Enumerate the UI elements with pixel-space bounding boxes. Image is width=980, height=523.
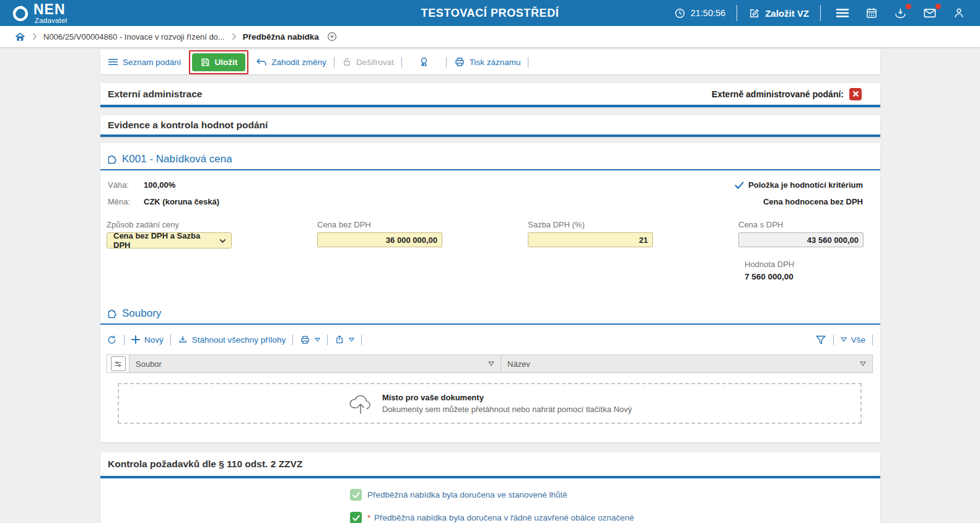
seznam-podani-button[interactable]: Seznam podání — [108, 58, 182, 67]
breadcrumb-current: Předběžná nabídka — [243, 32, 319, 42]
calendar-button[interactable] — [862, 6, 882, 20]
download-all-label: Stáhnout všechny přílohy — [192, 335, 286, 345]
new-file-label: Nový — [144, 335, 164, 345]
close-tab-icon[interactable] — [326, 31, 338, 42]
floppy-icon — [200, 57, 211, 68]
currency-row: Měna: CZK (koruna česká) Cena hodnocena … — [108, 193, 863, 210]
server-time: 21:50:56 — [674, 7, 725, 19]
toolbar-divider — [327, 335, 328, 345]
column-header-soubor[interactable]: Soubor — [129, 355, 501, 372]
chevron-right-icon — [32, 33, 37, 40]
breadcrumb: N006/25/V00004860 - Inovace v rozvoji ří… — [0, 26, 980, 47]
file-dropzone[interactable]: Místo pro vaše dokumenty Dokumenty sem m… — [118, 383, 862, 424]
puzzle-icon — [107, 309, 117, 319]
price-excl-label: Cena bez DPH — [317, 220, 442, 229]
refresh-button[interactable] — [107, 335, 117, 345]
vat-rate-field: Sazba DPH (%) — [528, 220, 653, 248]
weight-row: Váha: 100,00% Položka je hodnotící krité… — [108, 177, 863, 193]
evidence-section-title: Evidence a kontrola hodnot podání — [108, 120, 268, 131]
puzzle-icon — [107, 154, 117, 165]
chevron-right-icon — [231, 33, 237, 40]
files-table-header: Soubor Název — [107, 354, 873, 373]
checkbox-delivered-on-time[interactable] — [350, 489, 362, 501]
price-mode-select[interactable]: Cena bez DPH a Sazba DPH — [107, 232, 232, 248]
messages-button[interactable] — [919, 6, 940, 20]
discard-changes-button[interactable]: Zahodit změny — [256, 58, 326, 67]
decrypt-button[interactable]: Dešifrovat — [342, 57, 394, 67]
home-icon[interactable] — [15, 32, 25, 42]
check-icon — [735, 182, 744, 189]
column-filter-icon[interactable] — [860, 361, 866, 366]
column-settings-button[interactable] — [111, 356, 126, 371]
view-all-filter[interactable]: Vše — [841, 335, 865, 345]
seal-ribbon-icon — [418, 56, 430, 68]
new-file-button[interactable]: Nový — [131, 335, 164, 345]
save-button[interactable]: Uložit — [192, 53, 246, 71]
vat-flag-label: Cena hodnocena bez DPH — [763, 197, 863, 206]
refresh-icon — [107, 335, 117, 345]
download-icon — [178, 335, 188, 345]
files-subsection-header: Soubory — [100, 302, 880, 325]
toolbar-divider — [124, 335, 125, 345]
logo-subtitle: Zadavatel — [35, 17, 67, 24]
messages-notification-dot — [935, 4, 941, 9]
top-bar: NEN Zadavatel TESTOVACÍ PROSTŘEDÍ 21:50:… — [0, 0, 980, 26]
print-record-label: Tisk záznamu — [470, 58, 521, 67]
breadcrumb-contract[interactable]: N006/25/V00004860 - Inovace v rozvoji ří… — [43, 32, 225, 42]
criterion-flag-label: Položka je hodnotící kritérium — [748, 180, 863, 190]
currency-label: Měna: — [108, 197, 144, 206]
extern-flag-no-icon[interactable] — [849, 88, 862, 100]
requirements-title: Kontrola požadavků dle § 110 odst. 2 ZZV… — [108, 459, 302, 469]
price-mode-label: Způsob zadání ceny — [107, 220, 232, 229]
toolbar-divider — [334, 57, 335, 68]
downloads-button[interactable] — [890, 6, 911, 21]
certificate-button[interactable] — [409, 56, 439, 68]
files-title: Soubory — [122, 307, 161, 320]
toolbar-divider — [292, 335, 293, 345]
dropdown-triangle-icon — [315, 338, 320, 342]
print-files-button[interactable] — [300, 335, 320, 345]
cloud-upload-icon — [348, 392, 374, 415]
k001-title: K001 - Nabídková cena — [122, 153, 232, 165]
filter-button[interactable] — [815, 335, 826, 345]
toolbar-divider — [170, 335, 171, 345]
export-button[interactable] — [335, 335, 354, 345]
column-filter-icon[interactable] — [488, 361, 494, 366]
vat-amount-value: 7 560 000,00 — [745, 272, 880, 281]
vat-rate-input[interactable] — [528, 232, 653, 247]
plus-icon — [131, 335, 140, 344]
toolbar-divider — [446, 57, 447, 68]
list-icon — [108, 58, 118, 66]
weight-value: 100,00% — [144, 180, 175, 190]
menu-button[interactable] — [832, 6, 853, 20]
toolbar-divider — [528, 57, 528, 68]
column-nazev-label: Název — [507, 359, 530, 369]
discard-changes-label: Zahodit změny — [271, 58, 326, 67]
requirements-section: Kontrola požadavků dle § 110 odst. 2 ZZV… — [100, 452, 880, 523]
check1-label: Předběžná nabídka byla doručena ve stano… — [367, 490, 567, 501]
extern-section-header: Externí administrace Externě administrov… — [100, 83, 880, 107]
funnel-icon — [815, 335, 826, 345]
nen-logo[interactable]: NEN Zadavatel — [11, 2, 67, 24]
column-header-nazev[interactable]: Název — [501, 355, 872, 372]
download-all-button[interactable]: Stáhnout všechny přílohy — [178, 335, 286, 345]
downloads-notification-dot — [906, 4, 911, 9]
k001-subsection-header: K001 - Nabídková cena — [100, 148, 880, 170]
create-vz-button[interactable]: Založit VZ — [748, 7, 809, 19]
hamburger-icon — [836, 7, 849, 19]
print-record-button[interactable]: Tisk záznamu — [454, 56, 521, 68]
topbar-divider — [737, 5, 737, 21]
record-toolbar: Seznam podání Uložit Zahodit — [100, 50, 880, 74]
envelope-icon — [923, 7, 937, 19]
save-button-highlight: Uložit — [189, 50, 249, 74]
save-button-label: Uložit — [215, 58, 238, 67]
user-profile-button[interactable] — [949, 6, 969, 20]
price-excl-input[interactable] — [317, 232, 442, 247]
edit-icon — [748, 7, 760, 19]
share-icon — [335, 335, 344, 345]
chevron-down-icon — [219, 239, 226, 243]
nen-logo-icon — [11, 4, 30, 23]
evidence-section-header: Evidence a kontrola hodnot podání — [100, 115, 880, 137]
checkbox-sealed-envelope[interactable] — [350, 512, 362, 523]
price-incl-field: Cena s DPH — [738, 220, 864, 248]
